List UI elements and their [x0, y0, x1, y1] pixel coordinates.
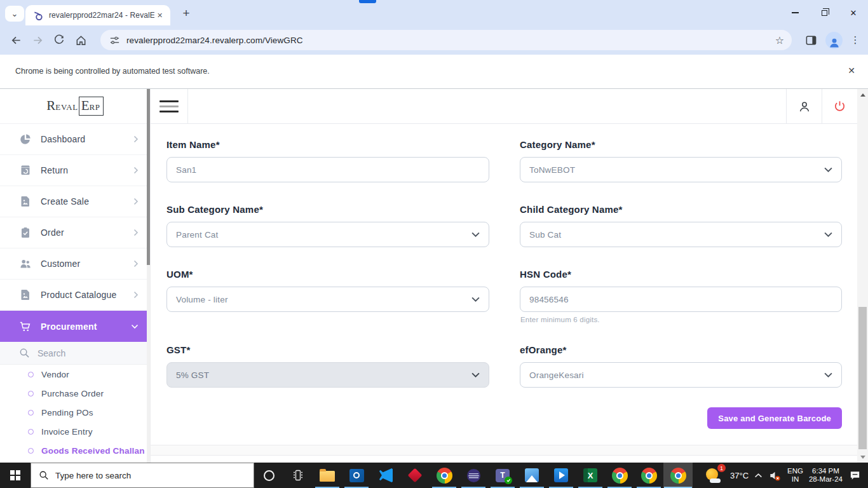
tab-close-icon[interactable]: ✕ [154, 10, 165, 21]
sidebar-search-input[interactable] [37, 348, 114, 358]
movies-tv-button[interactable] [546, 463, 576, 488]
weather-widget[interactable]: 1 [705, 466, 724, 485]
new-tab-button[interactable]: + [178, 6, 194, 21]
bookmark-star-icon[interactable]: ☆ [775, 34, 784, 46]
restore-button[interactable] [810, 0, 839, 25]
save-generate-barcode-button[interactable]: Save and Generate Barcode [707, 407, 842, 429]
file-explorer-button[interactable] [313, 463, 342, 488]
excel-button[interactable]: X [576, 463, 605, 488]
vscode-button[interactable] [371, 463, 400, 488]
chrome-button-2[interactable] [605, 463, 634, 488]
browser-tab[interactable]: revalerpprod22mar24 - RevalE ✕ [25, 5, 170, 25]
sidebar-item-order[interactable]: Order [0, 217, 150, 248]
category-name-select[interactable]: ToNwEBOT [520, 157, 842, 182]
profile-avatar[interactable] [825, 32, 843, 49]
logo-letters: RP [90, 102, 100, 112]
clock[interactable]: 6:34 PM 28-Mar-24 [809, 467, 843, 484]
photos-button[interactable] [517, 463, 546, 488]
menu-toggle-button[interactable] [151, 89, 188, 124]
taskbar-search[interactable]: Type here to search [31, 463, 254, 488]
hsn-code-input[interactable] [520, 287, 842, 312]
select-value: Sub Cat [529, 230, 561, 240]
sidebar-subitem-goods-received-challan[interactable]: Goods Received Challan [0, 441, 150, 460]
side-panel-button[interactable] [800, 29, 822, 51]
chrome-icon [612, 468, 628, 484]
logout-button[interactable] [822, 89, 857, 124]
close-window-button[interactable]: ✕ [839, 0, 868, 25]
people-icon [19, 257, 32, 270]
excel-icon: X [583, 468, 597, 482]
sidebar-item-label: Procurement [41, 322, 131, 332]
child-category-name-select[interactable]: Sub Cat [520, 222, 842, 247]
reload-button[interactable] [48, 29, 70, 51]
sidebar-subitem-vendor[interactable]: Vendor [0, 365, 150, 384]
page-scrollbar[interactable] [857, 89, 868, 463]
task-view-button[interactable] [283, 463, 313, 488]
hamburger-icon [159, 111, 179, 112]
back-button[interactable] [5, 29, 27, 51]
teams-icon: T [496, 469, 510, 482]
app-header [151, 89, 857, 124]
start-button[interactable] [0, 463, 31, 488]
side-panel-icon [805, 34, 817, 46]
language-indicator[interactable]: ENG IN [787, 467, 803, 484]
user-profile-button[interactable] [786, 89, 822, 124]
sidebar-item-return[interactable]: Return [0, 155, 150, 186]
field-child-category-name: Child Category Name* Sub Cat [520, 204, 842, 247]
scroll-up-button[interactable] [857, 90, 868, 99]
sidebar-item-customer[interactable]: Customer [0, 248, 150, 280]
chrome-button-3[interactable] [634, 463, 663, 488]
home-button[interactable] [70, 29, 92, 51]
back-arrow-icon [10, 34, 22, 46]
url-text[interactable]: revalerpprod22mar24.revalerp.com/ViewGRC [126, 36, 775, 45]
field-uom: UOM* Volume - liter [166, 269, 489, 312]
bullet-circle-icon [28, 391, 34, 396]
action-center-button[interactable] [848, 469, 862, 482]
gst-select[interactable]: 5% GST [166, 362, 489, 388]
eforange-select[interactable]: OrangeKesari [520, 362, 842, 388]
sidebar-scrollbar-thumb[interactable] [147, 89, 150, 265]
sidebar-item-product-catalogue[interactable]: Product Catalogue [0, 280, 150, 311]
cortana-button[interactable] [254, 463, 283, 488]
outlook-button[interactable] [342, 463, 371, 488]
triangle-up-icon [860, 93, 865, 97]
tray-expand-button[interactable] [754, 473, 763, 478]
field-item-name: Item Name* [166, 139, 489, 182]
chrome-button-active[interactable] [663, 463, 693, 488]
eclipse-button[interactable] [459, 463, 488, 488]
windows-taskbar: Type here to search T X [0, 463, 868, 488]
logo-container[interactable]: REVALERP [0, 89, 150, 124]
sidebar-subitem-invoice-entry[interactable]: Invoice Entry [0, 422, 150, 441]
sidebar-search[interactable] [0, 342, 150, 365]
chrome-button-1[interactable] [430, 463, 459, 488]
scrollbar-thumb[interactable] [858, 307, 867, 449]
uom-select[interactable]: Volume - liter [166, 287, 489, 312]
notice-close-icon[interactable]: ✕ [848, 65, 855, 76]
address-bar[interactable]: revalerpprod22mar24.revalerp.com/ViewGRC… [100, 30, 792, 50]
eclipse-icon [466, 468, 481, 483]
hamburger-icon [159, 100, 179, 102]
forward-button[interactable] [27, 29, 48, 51]
hsn-helper-text: Enter minimum 6 digits. [520, 316, 600, 323]
item-name-input[interactable] [166, 157, 489, 182]
sidebar-subitem-pending-pos[interactable]: Pending POs [0, 403, 150, 422]
scroll-down-button[interactable] [857, 452, 868, 461]
sidebar-item-procurement[interactable]: Procurement [0, 311, 150, 342]
sidebar-item-create-sale[interactable]: Create Sale [0, 186, 150, 217]
teams-button[interactable]: T [488, 463, 517, 488]
search-icon [39, 470, 49, 480]
tab-search-caret-button[interactable]: ⌄ [5, 6, 24, 22]
red-diamond-app-button[interactable] [400, 463, 430, 488]
screen-share-indicator [359, 0, 376, 3]
search-icon [19, 348, 30, 358]
folder-icon [320, 471, 335, 482]
site-settings-icon[interactable] [109, 35, 120, 46]
volume-button[interactable] [768, 469, 782, 482]
sidebar-item-dashboard[interactable]: Dashboard [0, 124, 150, 155]
sidebar-scrollbar[interactable] [147, 89, 150, 463]
sidebar-subitem-purchase-order[interactable]: Purchase Order [0, 384, 150, 403]
browser-menu-button[interactable]: ⋮ [846, 34, 864, 46]
minimize-button[interactable] [780, 0, 810, 25]
sub-category-name-select[interactable]: Parent Cat [166, 222, 489, 247]
temperature-text[interactable]: 37°C [730, 471, 749, 480]
